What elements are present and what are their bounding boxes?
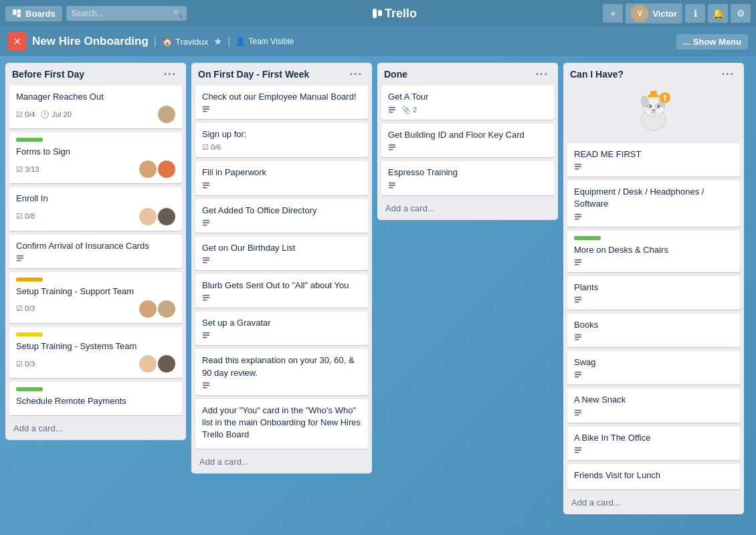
card-setup-training-support[interactable]: Setup Training - Support Team☑ 0/3 [9,272,182,323]
info-button[interactable]: ℹ [685,4,705,23]
svg-rect-7 [203,108,209,110]
svg-rect-17 [203,262,207,263]
card-equipment-desk[interactable]: Equipment / Desk / Headphones / Software [567,181,740,226]
card-title-fill-in-paperwork: Fill in Paperwork [202,167,361,179]
card-meta-item-checklist-sign-up-for: ☑ 0/6 [202,143,221,152]
card-sign-up-for[interactable]: Sign up for:☑ 0/6 [195,123,368,157]
card-birthday-list[interactable]: Get on Our Birthday List [195,237,368,270]
list-footer-on-first-day: Add a card... [191,451,372,473]
card-books[interactable]: Books [567,314,740,347]
card-desc-icon-read-me-first [574,163,582,171]
card-avatar-manager-reaches-out-0 [158,106,175,123]
card-desc-icon-fill-in-paperwork [202,182,210,190]
add-card-button-done[interactable]: Add a card... [381,201,554,216]
team-badge: 👤 Team Visible [235,37,294,46]
card-building-id[interactable]: Get Building ID and Floor Key Card [381,124,554,157]
star-button[interactable]: ★ [213,35,222,47]
svg-rect-13 [203,222,209,223]
card-confirm-arrival[interactable]: Confirm Arrival of Insurance Cards [9,235,182,268]
svg-rect-24 [203,383,209,384]
svg-rect-34 [389,185,395,186]
card-fill-in-paperwork[interactable]: Fill in Paperwork [195,161,368,195]
team-label: Team Visible [248,37,294,46]
card-desc-icon-swag [574,371,582,379]
card-title-books: Books [574,319,733,331]
notifications-button[interactable]: 🔔 [708,4,728,23]
boards-button[interactable]: Boards [5,6,62,21]
board-header-right: ... Show Menu [676,34,748,49]
card-setup-training-systems[interactable]: Setup Training - Systems Team☑ 0/3 [9,327,182,378]
card-bike-office[interactable]: A Bike In The Office [567,427,740,460]
board-divider: | [154,35,157,47]
add-card-button-on-first-day[interactable]: Add a card... [195,454,368,469]
card-whos-who[interactable]: Add your "You" card in the "Who's Who" l… [195,399,368,449]
card-plants[interactable]: Plants [567,276,740,310]
card-avatars-enroll-in [139,208,175,225]
card-avatars-forms-to-sign [139,160,175,178]
card-meta-books [574,334,733,342]
card-manager-reaches-out[interactable]: Manager Reaches Out☑ 0/4🕐 Jul 20 [9,86,182,128]
list-title-before-first-day: Before First Day [12,69,84,80]
card-gravatar[interactable]: Set up a Gravatar [195,312,368,345]
svg-rect-57 [575,261,581,263]
svg-rect-58 [575,263,579,265]
card-30-60-90[interactable]: Read this explanation on your 30, 60, & … [195,349,368,395]
user-name: Victor [652,9,677,19]
user-menu-button[interactable]: V Victor [626,3,682,23]
card-desc-icon-plants [574,296,582,304]
add-button[interactable]: + [603,4,623,23]
card-meta-item-checklist-forms-to-sign: ☑ 3/13 [16,165,39,174]
card-schedule-remote[interactable]: Schedule Remote Payments [9,382,182,415]
show-menu-button[interactable]: ... Show Menu [676,34,748,49]
card-enroll-in[interactable]: Enroll In☑ 0/8 [9,187,182,230]
card-meta-new-snack [574,409,733,417]
card-title-confirm-arrival: Confirm Arrival of Insurance Cards [16,240,175,252]
svg-rect-2 [17,14,21,17]
card-desc-icon-employee-manual [202,106,210,114]
card-title-sign-up-for: Sign up for: [202,128,361,140]
list-menu-before-first-day[interactable]: ··· [161,68,179,80]
card-desc-icon-office-directory [202,219,210,227]
svg-rect-66 [575,374,581,376]
card-meta-fill-in-paperwork [202,182,361,190]
card-get-a-tour[interactable]: Get A Tour📎 2 [381,86,554,120]
card-meta-get-a-tour: 📎 2 [388,106,547,114]
list-menu-done[interactable]: ··· [533,68,551,80]
card-swag[interactable]: Swag [567,351,740,385]
nav-right: + V Victor ℹ 🔔 ⚙ [603,3,751,23]
card-espresso-training[interactable]: Espresso Training [381,161,554,195]
svg-point-42 [650,106,652,108]
card-office-directory[interactable]: Get Added To Office Directory [195,199,368,233]
card-new-snack[interactable]: A New Snack [567,389,740,422]
add-card-button-can-i-have[interactable]: Add a card... [567,495,740,510]
boards-label: Boards [25,9,56,19]
card-desc-icon-30-60-90 [202,382,210,390]
svg-rect-52 [575,169,579,170]
card-meta-manager-reaches-out: ☑ 0/4🕐 Jul 20 [16,106,175,123]
list-before-first-day: Before First Day···Manager Reaches Out☑ … [5,63,186,440]
add-card-button-before-first-day[interactable]: Add a card... [9,421,182,436]
settings-button[interactable]: ⚙ [731,4,751,23]
card-friends-lunch[interactable]: Friends Visit for Lunch [567,464,740,490]
svg-rect-8 [203,111,207,112]
card-desc-icon-espresso-training [388,182,396,190]
card-forms-to-sign[interactable]: Forms to Sign☑ 3/13 [9,132,182,183]
list-menu-can-i-have[interactable]: ··· [719,68,737,80]
card-title-friends-lunch: Friends Visit for Lunch [574,469,733,481]
card-title-plants: Plants [574,282,733,294]
card-employee-manual[interactable]: Check out our Employee Manual Board! [195,86,368,119]
card-meta-gravatar [202,332,361,340]
svg-rect-0 [13,9,16,15]
svg-rect-53 [575,213,581,215]
card-more-desks-chairs[interactable]: More on Desks & Chairs [567,231,740,272]
card-meta-read-me-first [574,163,733,171]
card-read-me-first[interactable]: READ ME FIRST [567,143,740,177]
card-meta-item-checklist-setup-training-systems: ☑ 0/3 [16,360,35,368]
svg-rect-67 [575,377,579,378]
card-blurb-sent[interactable]: Blurb Gets Sent Out to "All" about You [195,274,368,308]
card-meta-forms-to-sign: ☑ 3/13 [16,160,175,178]
search-input[interactable] [66,6,187,21]
svg-rect-31 [389,147,395,148]
svg-rect-61 [575,302,579,303]
list-menu-on-first-day[interactable]: ··· [347,68,365,80]
